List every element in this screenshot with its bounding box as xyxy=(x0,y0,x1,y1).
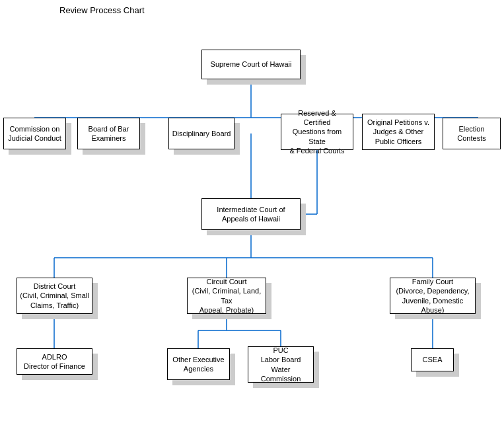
csea-label: CSEA xyxy=(423,355,443,364)
ica-box: Intermediate Court ofAppeals of Hawaii xyxy=(201,198,301,230)
other-exec-box: Other ExecutiveAgencies xyxy=(167,348,230,380)
commission-box: Commission onJudicial Conduct xyxy=(3,118,66,149)
other-exec-label: Other ExecutiveAgencies xyxy=(172,355,224,374)
circuit-label: Circuit Court(Civil, Criminal, Land, Tax… xyxy=(190,277,263,315)
bar-examiners-box: Board of BarExaminers xyxy=(77,118,140,149)
circuit-box: Circuit Court(Civil, Criminal, Land, Tax… xyxy=(187,278,266,314)
adlro-box: ADLRODirector of Finance xyxy=(17,348,92,375)
ica-label: Intermediate Court ofAppeals of Hawaii xyxy=(217,205,285,224)
reserved-label: Reserved & CertifiedQuestions from State… xyxy=(284,108,350,155)
bar-examiners-label: Board of BarExaminers xyxy=(89,124,129,143)
commission-label: Commission onJudicial Conduct xyxy=(8,124,61,143)
election-label: Election Contests xyxy=(446,124,497,143)
original-box: Original Petitions v.Judges & OtherPubli… xyxy=(362,114,435,150)
election-box: Election Contests xyxy=(443,118,501,149)
puc-box: PUCLabor BoardWater Commission xyxy=(248,346,314,383)
family-label: Family Court(Divorce, Dependency,Juvenil… xyxy=(393,277,472,315)
reserved-box: Reserved & CertifiedQuestions from State… xyxy=(281,114,353,150)
disciplinary-label: Disciplinary Board xyxy=(172,129,231,138)
csea-box: CSEA xyxy=(411,348,454,371)
family-box: Family Court(Divorce, Dependency,Juvenil… xyxy=(390,278,476,314)
supreme-label: Supreme Court of Hawaii xyxy=(211,59,292,69)
disciplinary-box: Disciplinary Board xyxy=(168,118,234,149)
district-box: District Court(Civil, Criminal, SmallCla… xyxy=(17,278,92,314)
original-label: Original Petitions v.Judges & OtherPubli… xyxy=(367,118,429,146)
district-label: District Court(Civil, Criminal, SmallCla… xyxy=(20,282,89,310)
adlro-label: ADLRODirector of Finance xyxy=(24,352,85,371)
puc-label: PUCLabor BoardWater Commission xyxy=(251,346,310,383)
supreme-box: Supreme Court of Hawaii xyxy=(201,50,301,79)
